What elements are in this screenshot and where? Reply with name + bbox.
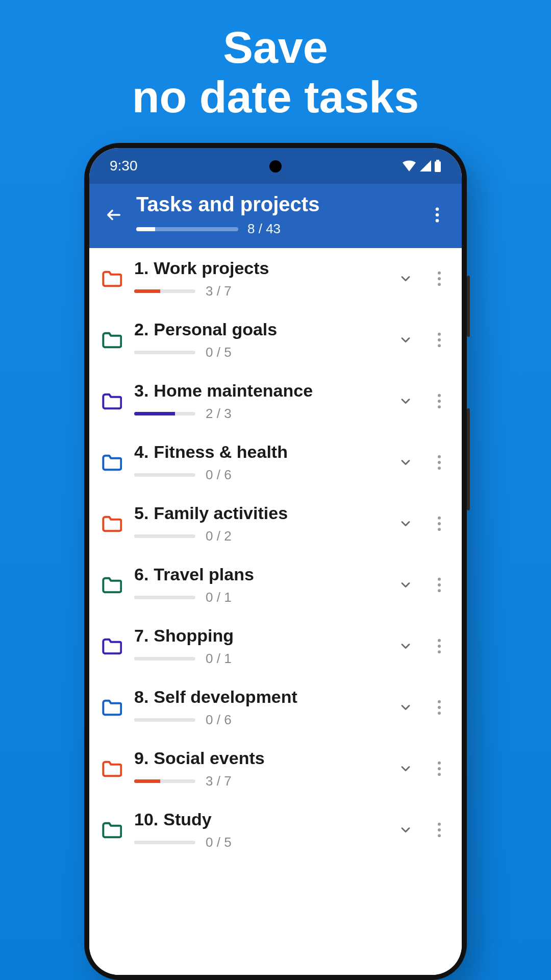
folder-number: 3. bbox=[134, 381, 148, 401]
overflow-menu-button[interactable] bbox=[425, 203, 449, 227]
folder-name: Social events bbox=[154, 748, 264, 768]
folder-name: Travel plans bbox=[154, 565, 254, 584]
hero-line-2: no date tasks bbox=[0, 72, 551, 122]
arrow-left-icon bbox=[105, 206, 122, 224]
expand-button[interactable] bbox=[394, 390, 417, 412]
folder-number: 8. bbox=[134, 687, 148, 707]
expand-button[interactable] bbox=[394, 819, 417, 841]
folder-row[interactable]: 10. Study 0 / 5 bbox=[89, 799, 462, 861]
svg-point-4 bbox=[436, 219, 439, 223]
chevron-down-icon bbox=[398, 394, 413, 408]
folder-number: 2. bbox=[134, 320, 148, 339]
expand-button[interactable] bbox=[394, 267, 417, 290]
svg-point-28 bbox=[438, 712, 441, 715]
folder-progress-fill bbox=[134, 779, 160, 783]
battery-icon bbox=[434, 160, 441, 172]
svg-point-34 bbox=[438, 834, 441, 837]
row-overflow-button[interactable] bbox=[428, 635, 450, 657]
expand-button[interactable] bbox=[394, 329, 417, 351]
expand-button[interactable] bbox=[394, 757, 417, 780]
folder-icon bbox=[101, 819, 123, 841]
folder-row[interactable]: 5. Family activities 0 / 2 bbox=[89, 493, 462, 554]
chevron-down-icon bbox=[398, 333, 413, 347]
svg-point-17 bbox=[438, 517, 441, 520]
folder-icon bbox=[101, 696, 123, 719]
folder-row[interactable]: 8. Self development 0 / 6 bbox=[89, 677, 462, 738]
back-button[interactable] bbox=[102, 203, 126, 227]
row-overflow-button[interactable] bbox=[428, 696, 450, 719]
overall-progress-count: 8 / 43 bbox=[247, 221, 281, 237]
more-vert-icon bbox=[437, 639, 441, 654]
folder-progress-fill bbox=[134, 412, 175, 415]
svg-point-21 bbox=[438, 583, 441, 586]
folder-progress-bar bbox=[134, 657, 195, 660]
svg-point-9 bbox=[438, 338, 441, 341]
svg-point-33 bbox=[438, 828, 441, 831]
svg-point-22 bbox=[438, 589, 441, 592]
folder-progress-count: 0 / 5 bbox=[206, 835, 232, 850]
svg-point-24 bbox=[438, 645, 441, 648]
svg-point-16 bbox=[438, 467, 441, 470]
svg-point-3 bbox=[436, 213, 439, 217]
row-overflow-button[interactable] bbox=[428, 267, 450, 290]
folder-progress-bar bbox=[134, 473, 195, 477]
folder-row[interactable]: 4. Fitness & health 0 / 6 bbox=[89, 432, 462, 493]
row-overflow-button[interactable] bbox=[428, 819, 450, 841]
more-vert-icon bbox=[437, 761, 441, 776]
svg-point-25 bbox=[438, 650, 441, 653]
more-vert-icon bbox=[437, 332, 441, 348]
folder-number: 9. bbox=[134, 748, 148, 768]
folder-progress-count: 0 / 1 bbox=[206, 590, 232, 605]
svg-point-20 bbox=[438, 578, 441, 581]
svg-point-13 bbox=[438, 405, 441, 408]
folder-name: Personal goals bbox=[154, 320, 277, 339]
folder-row[interactable]: 7. Shopping 0 / 1 bbox=[89, 616, 462, 677]
folder-name: Work projects bbox=[154, 258, 269, 278]
chevron-down-icon bbox=[398, 762, 413, 776]
expand-button[interactable] bbox=[394, 696, 417, 719]
more-vert-icon bbox=[437, 271, 441, 286]
folder-icon bbox=[101, 757, 123, 780]
folder-progress-fill bbox=[134, 289, 160, 293]
folder-icon bbox=[101, 635, 123, 657]
expand-button[interactable] bbox=[394, 635, 417, 657]
more-vert-icon bbox=[437, 455, 441, 470]
expand-button[interactable] bbox=[394, 512, 417, 535]
status-icons bbox=[403, 160, 441, 172]
folder-name: Family activities bbox=[154, 503, 288, 523]
row-overflow-button[interactable] bbox=[428, 757, 450, 780]
overall-progress-fill bbox=[136, 227, 155, 231]
more-vert-icon bbox=[437, 822, 441, 838]
folder-row[interactable]: 3. Home maintenance 2 / 3 bbox=[89, 371, 462, 432]
folder-icon bbox=[101, 390, 123, 412]
expand-button[interactable] bbox=[394, 451, 417, 474]
folder-row[interactable]: 1. Work projects 3 / 7 bbox=[89, 248, 462, 309]
folder-name: Shopping bbox=[154, 626, 234, 646]
folder-row[interactable]: 9. Social events 3 / 7 bbox=[89, 738, 462, 799]
folder-progress-count: 0 / 2 bbox=[206, 528, 232, 544]
folder-icon bbox=[101, 451, 123, 474]
folder-icon bbox=[101, 329, 123, 351]
svg-point-32 bbox=[438, 823, 441, 826]
svg-point-26 bbox=[438, 700, 441, 703]
svg-point-6 bbox=[438, 277, 441, 280]
folder-row[interactable]: 2. Personal goals 0 / 5 bbox=[89, 309, 462, 371]
row-overflow-button[interactable] bbox=[428, 512, 450, 535]
folder-progress-bar bbox=[134, 289, 195, 293]
svg-rect-1 bbox=[435, 161, 441, 172]
row-overflow-button[interactable] bbox=[428, 574, 450, 596]
folder-row[interactable]: 6. Travel plans 0 / 1 bbox=[89, 554, 462, 616]
svg-point-30 bbox=[438, 767, 441, 770]
folder-number: 5. bbox=[134, 503, 148, 523]
expand-button[interactable] bbox=[394, 574, 417, 596]
row-overflow-button[interactable] bbox=[428, 329, 450, 351]
folder-progress-bar bbox=[134, 412, 195, 415]
folder-progress-count: 0 / 5 bbox=[206, 345, 232, 360]
row-overflow-button[interactable] bbox=[428, 451, 450, 474]
folder-number: 1. bbox=[134, 258, 148, 278]
folder-progress-bar bbox=[134, 718, 195, 722]
page-title: Tasks and projects bbox=[136, 193, 415, 216]
folder-list[interactable]: 1. Work projects 3 / 7 2. Personal goals bbox=[89, 248, 462, 975]
screen: 9:30 bbox=[89, 148, 462, 975]
row-overflow-button[interactable] bbox=[428, 390, 450, 412]
